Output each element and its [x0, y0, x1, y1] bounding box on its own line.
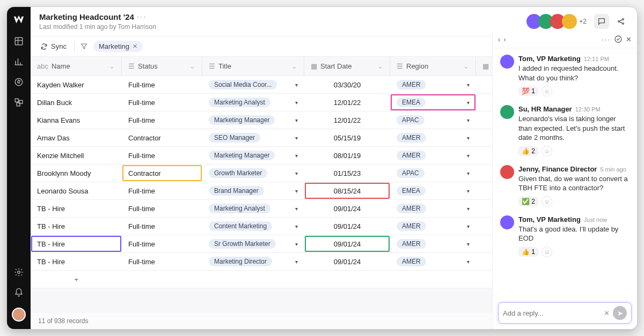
send-reply-button[interactable]: ➤: [613, 306, 627, 320]
reply-input[interactable]: [503, 309, 601, 317]
filter-icon[interactable]: [80, 42, 88, 50]
cell[interactable]: Content Marketing▾: [202, 218, 304, 235]
next-thread-button[interactable]: ›: [503, 35, 506, 43]
cell[interactable]: TB - Hire: [31, 218, 122, 235]
cell[interactable]: Contractor: [122, 165, 202, 182]
chevron-down-icon[interactable]: ▾: [467, 153, 470, 159]
prev-thread-button[interactable]: ‹: [498, 35, 500, 43]
cell[interactable]: TB - Hire: [31, 253, 122, 270]
nav-notifications-icon[interactable]: [13, 287, 24, 298]
filter-chip[interactable]: Marketing ✕: [93, 41, 143, 52]
close-panel-button[interactable]: ✕: [626, 35, 632, 43]
cell[interactable]: Brooklynn Moody: [31, 165, 122, 182]
chevron-down-icon[interactable]: ▾: [295, 135, 298, 141]
add-record-button[interactable]: +: [31, 271, 122, 288]
resolve-thread-button[interactable]: [614, 35, 623, 43]
share-button[interactable]: [613, 14, 628, 29]
reaction-chip[interactable]: 💯 1: [518, 86, 538, 96]
cell[interactable]: Marketing Director▾: [202, 253, 304, 270]
sync-button[interactable]: Sync: [38, 41, 69, 51]
cell[interactable]: Full-time: [122, 94, 202, 111]
add-reaction-button[interactable]: ☺: [541, 146, 552, 156]
title-menu-icon[interactable]: ···: [136, 12, 147, 21]
cell[interactable]: Social Media Coor...▾: [202, 76, 304, 93]
column-header-start-date[interactable]: ▦Start Date⌄: [304, 57, 390, 76]
chevron-down-icon[interactable]: ▾: [295, 117, 298, 123]
cell[interactable]: AMER▾: [390, 200, 476, 217]
cell[interactable]: 09/01/24: [304, 253, 390, 270]
chevron-down-icon[interactable]: ▾: [467, 223, 470, 229]
clear-reply-button[interactable]: ✕: [604, 309, 610, 317]
chevron-down-icon[interactable]: ▾: [295, 170, 298, 176]
cell[interactable]: TB - Hire: [31, 200, 122, 217]
chevron-down-icon[interactable]: ▾: [467, 206, 470, 212]
cell[interactable]: AMER▾: [390, 253, 476, 270]
add-reaction-button[interactable]: ☺: [541, 86, 552, 96]
cell[interactable]: EMEA▾: [390, 182, 476, 199]
chevron-down-icon[interactable]: ▾: [467, 135, 470, 141]
cell[interactable]: Arnav Das: [31, 129, 122, 146]
cell[interactable]: 09/01/24: [304, 235, 390, 252]
chevron-down-icon[interactable]: ▾: [467, 188, 470, 194]
cell[interactable]: Marketing Manager▾: [202, 111, 304, 129]
chevron-down-icon[interactable]: ▾: [467, 82, 470, 88]
filter-chip-remove-icon[interactable]: ✕: [133, 43, 137, 50]
chevron-down-icon[interactable]: ▾: [295, 82, 298, 88]
add-reaction-button[interactable]: ☺: [541, 196, 552, 207]
chevron-down-icon[interactable]: ▾: [295, 153, 298, 159]
cell[interactable]: Full-time: [122, 147, 202, 164]
cell[interactable]: 03/30/20: [304, 76, 390, 93]
cell[interactable]: Full-time: [122, 111, 202, 129]
cell[interactable]: Brand Manager▾: [202, 182, 304, 199]
chevron-down-icon[interactable]: ▾: [295, 206, 298, 212]
cell[interactable]: APAC▾: [390, 165, 476, 182]
cell[interactable]: Kianna Evans: [31, 111, 122, 129]
cell[interactable]: SEO Manager▾: [202, 129, 304, 146]
cell[interactable]: AMER▾: [390, 76, 476, 93]
cell[interactable]: AMER▾: [390, 129, 476, 146]
cell[interactable]: EMEA▾: [390, 94, 476, 111]
chevron-down-icon[interactable]: ▾: [467, 259, 470, 265]
cell[interactable]: Marketing Analyst▾: [202, 200, 304, 217]
presence-avatar[interactable]: [562, 14, 577, 29]
reply-box[interactable]: ✕ ➤: [498, 302, 632, 324]
comments-toggle-button[interactable]: [594, 14, 609, 29]
cell[interactable]: Full-time: [122, 182, 202, 199]
chevron-down-icon[interactable]: ▾: [295, 188, 298, 194]
column-header-status[interactable]: ☰Status⌄: [122, 57, 202, 76]
nav-table-icon[interactable]: [13, 36, 24, 47]
comments-menu-icon[interactable]: ···: [602, 35, 611, 43]
presence-overflow[interactable]: +2: [579, 18, 587, 25]
cell[interactable]: Full-time: [122, 235, 202, 252]
cell[interactable]: 09/01/24: [304, 200, 390, 217]
column-header-name[interactable]: abcName⌄: [31, 57, 122, 76]
chevron-down-icon[interactable]: ▾: [295, 241, 298, 247]
cell[interactable]: 05/15/19: [304, 129, 390, 146]
column-header-region[interactable]: ☰Region⌄: [390, 57, 476, 76]
chevron-down-icon[interactable]: ▾: [295, 223, 298, 229]
cell[interactable]: TB - Hire: [31, 235, 122, 252]
cell[interactable]: AMER▾: [390, 147, 476, 164]
chevron-down-icon[interactable]: ▾: [295, 259, 298, 265]
cell[interactable]: Marketing Manager▾: [202, 147, 304, 164]
cell[interactable]: Leonardo Sousa: [31, 182, 122, 199]
reaction-chip[interactable]: ✅ 2: [518, 197, 538, 206]
cell[interactable]: Dillan Buck: [31, 94, 122, 111]
cell[interactable]: Marketing Analyst▾: [202, 94, 304, 111]
cell[interactable]: Growth Marketer▾: [202, 165, 304, 182]
cell[interactable]: AMER▾: [390, 218, 476, 235]
cell[interactable]: 12/01/22: [304, 111, 390, 129]
cell[interactable]: Kenzie Mitchell: [31, 147, 122, 164]
nav-compass-icon[interactable]: [13, 77, 24, 87]
chevron-down-icon[interactable]: ▾: [467, 170, 470, 176]
chevron-down-icon[interactable]: ▾: [295, 100, 298, 106]
cell[interactable]: Full-time: [122, 218, 202, 235]
chevron-down-icon[interactable]: ▾: [467, 117, 470, 123]
column-header-title[interactable]: ☰Title⌄: [202, 57, 304, 76]
cell[interactable]: Full-time: [122, 253, 202, 270]
nav-chart-icon[interactable]: [13, 56, 24, 67]
cell[interactable]: 08/15/24: [304, 182, 390, 199]
nav-layers-icon[interactable]: [13, 97, 24, 108]
cell[interactable]: AMER▾: [390, 235, 476, 252]
cell[interactable]: 12/01/22: [304, 94, 390, 111]
